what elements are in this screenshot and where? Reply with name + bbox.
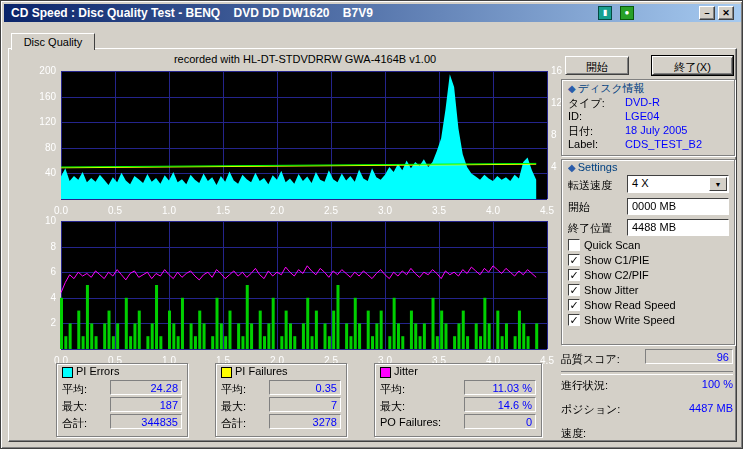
disc-date-value: 18 July 2005 <box>625 124 687 136</box>
show-jitter-checkbox[interactable]: ✓ <box>568 284 580 296</box>
disc-date-label: 日付: <box>568 124 593 139</box>
pi-failures-max-value: 7 <box>269 397 341 412</box>
show-read-speed-label: Show Read Speed <box>584 299 676 311</box>
jitter-max-value: 14.6 % <box>464 397 536 412</box>
separator <box>561 371 733 375</box>
pi-failures-total-label: 合計: <box>221 416 246 431</box>
pi-errors-legend-icon <box>62 367 73 378</box>
pi-failures-total-value: 3278 <box>269 414 341 429</box>
show-write-speed-label: Show Write Speed <box>584 314 675 326</box>
jitter-avg-value: 11.03 % <box>464 380 536 395</box>
jitter-title: Jitter <box>394 365 418 377</box>
window-title: CD Speed : Disc Quality Test - BENQ DVD … <box>11 6 373 20</box>
disc-label-label: Label: <box>568 138 598 150</box>
app-window: CD Speed : Disc Quality Test - BENQ DVD … <box>0 0 743 449</box>
pi-failures-jitter-chart <box>33 213 563 367</box>
quality-score-label: 品質スコア: <box>561 352 620 367</box>
pi-errors-max-label: 最大: <box>62 399 87 414</box>
pi-errors-max-value: 187 <box>110 397 182 412</box>
pi-failures-avg-value: 0.35 <box>269 380 341 395</box>
start-button[interactable]: 開始 <box>565 56 629 75</box>
close-button[interactable]: ✕ <box>718 6 734 20</box>
pi-errors-avg-label: 平均: <box>62 382 87 397</box>
disc-label-value: CDS_TEST_B2 <box>625 138 702 150</box>
disc-type-value: DVD-R <box>625 96 660 108</box>
jitter-max-label: 最大: <box>380 399 405 414</box>
transfer-rate-label: 転送速度 <box>568 178 612 193</box>
progress-value: 100 % <box>633 378 733 390</box>
show-read-speed-checkbox[interactable]: ✓ <box>568 299 580 311</box>
transfer-rate-value: 4 X <box>632 177 649 189</box>
tab-disc-quality[interactable]: Disc Quality <box>11 33 95 50</box>
disc-info-header: ◆ディスク情報 <box>566 81 647 96</box>
settings-header-label: Settings <box>578 161 618 173</box>
graph-icon[interactable]: ▮ <box>598 6 612 20</box>
pi-failures-max-label: 最大: <box>221 399 246 414</box>
diamond-icon: ◆ <box>568 162 576 173</box>
pi-errors-title: PI Errors <box>76 365 119 377</box>
pi-failures-legend-icon <box>221 367 232 378</box>
pi-errors-total-label: 合計: <box>62 416 87 431</box>
title-bar[interactable]: CD Speed : Disc Quality Test - BENQ DVD … <box>4 4 741 22</box>
chevron-down-icon[interactable]: ▼ <box>709 177 727 191</box>
disc-id-value: LGE04 <box>625 110 659 122</box>
show-jitter-label: Show Jitter <box>584 284 638 296</box>
exit-button[interactable]: 終了(X) <box>652 56 733 75</box>
settings-header: ◆Settings <box>566 161 619 173</box>
position-value: 4487 MB <box>633 402 733 414</box>
transfer-rate-select[interactable]: 4 X ▼ <box>627 175 729 193</box>
speed-label: 速度: <box>561 426 586 441</box>
disc-info-header-label: ディスク情報 <box>578 82 645 94</box>
po-failures-value: 0 <box>464 414 536 429</box>
quick-scan-checkbox[interactable] <box>568 239 580 251</box>
pi-failures-title: PI Failures <box>235 365 288 377</box>
show-c1-pie-checkbox[interactable]: ✓ <box>568 254 580 266</box>
jitter-legend-icon <box>380 367 391 378</box>
show-c1-pie-label: Show C1/PIE <box>584 254 649 266</box>
progress-label: 進行状況: <box>561 378 608 393</box>
disc-type-label: タイプ: <box>568 96 605 111</box>
end-position-value: 4488 MB <box>632 221 676 233</box>
diamond-icon: ◆ <box>568 83 576 94</box>
start-position-input[interactable]: 0000 MB <box>627 198 729 215</box>
show-c2-pif-checkbox[interactable]: ✓ <box>568 269 580 281</box>
start-position-value: 0000 MB <box>632 200 676 212</box>
jitter-avg-label: 平均: <box>380 382 405 397</box>
quality-score-value: 96 <box>645 349 733 364</box>
start-position-label: 開始 <box>568 200 590 215</box>
pi-failures-avg-label: 平均: <box>221 382 246 397</box>
end-position-label: 終了位置 <box>568 221 612 236</box>
end-position-input[interactable]: 4488 MB <box>627 219 729 236</box>
pi-errors-avg-value: 24.28 <box>110 380 182 395</box>
quick-scan-label: Quick Scan <box>584 239 640 251</box>
minimize-button[interactable]: – <box>699 6 715 20</box>
tab-label: Disc Quality <box>24 36 83 48</box>
po-failures-label: PO Failures: <box>380 416 441 428</box>
show-c2-pif-label: Show C2/PIF <box>584 269 649 281</box>
pi-errors-total-value: 344835 <box>110 414 182 429</box>
show-write-speed-checkbox[interactable]: ✓ <box>568 314 580 326</box>
pi-errors-speed-chart <box>33 63 563 217</box>
position-label: ポジション: <box>561 402 620 417</box>
disc-id-label: ID: <box>568 110 582 122</box>
disc-icon[interactable]: ● <box>620 6 634 20</box>
